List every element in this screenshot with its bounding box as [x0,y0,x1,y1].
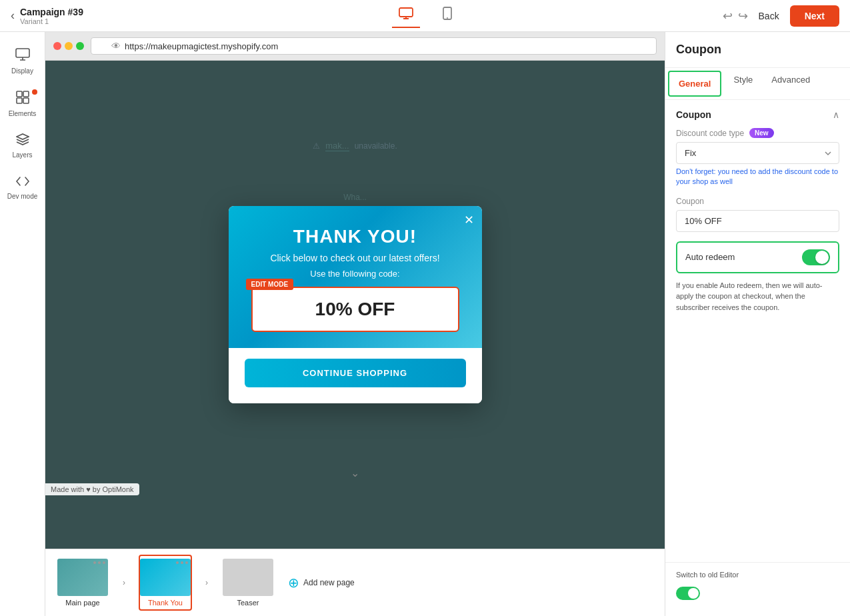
popup-modal: ✕ THANK YOU! Click below to check out ou… [229,206,482,403]
sidebar-devmode-label: Dev mode [7,193,38,200]
modal-title: THANK YOU! [245,226,466,247]
add-page-plus-icon: ⊕ [288,575,299,591]
next-btn[interactable]: Next [790,5,839,27]
section-header: Coupon ∧ [676,109,839,120]
canvas-content: ⚠ mak... unavailable. Wha... 🕐 If you...… [45,61,665,549]
sidebar-elements-label: Elements [9,110,37,117]
discount-code-type-group: Discount code type New Fix Percentage Ra… [676,128,839,187]
svg-point-2 [447,17,448,19]
modal-close-btn[interactable]: ✕ [464,213,474,227]
modal-bottom-section: CONTINUE SHOPPING [229,348,482,403]
campaign-info: Campaign #39 Variant 1 [20,7,83,25]
new-badge: New [749,128,774,138]
discount-hint: Don't forget: you need to add the discou… [676,167,839,187]
back-btn[interactable]: Back [759,11,779,21]
svg-rect-7 [23,98,29,103]
tab-general[interactable]: General [668,71,721,97]
made-with-badge: Made with ♥ by OptiMonk [45,483,139,495]
sidebar-item-layers[interactable]: Layers [3,128,43,164]
campaign-subtitle: Variant 1 [20,17,83,25]
coupon-input[interactable] [676,210,839,232]
old-editor-toggle[interactable] [676,587,700,600]
layers-icon [16,133,29,149]
topbar-right: ↩ ↪ Back Next [719,5,839,27]
add-page-label: Add new page [303,578,355,587]
left-sidebar: Display Elements Layers Dev mode [0,32,45,616]
panel-tabs: General Style Advanced [665,68,850,100]
thumbnail-main-page[interactable]: Main page [56,556,109,609]
sidebar-item-display[interactable]: Display [3,43,43,80]
sidebar-layers-label: Layers [12,151,32,159]
panel-title: Coupon [676,43,721,56]
old-editor-label: Switch to old Editor [676,571,739,579]
elements-icon [16,91,29,107]
tab-style[interactable]: Style [724,68,762,99]
thank-you-preview [140,559,191,596]
discount-code-label: Discount code type New [676,128,839,138]
coupon-section: Coupon ∧ Discount code type New Fix Perc… [665,100,850,322]
undo-redo-group: ↩ ↪ [723,9,748,23]
add-new-page-btn[interactable]: ⊕ Add new page [283,572,360,593]
old-editor-section: Switch to old Editor [665,562,850,608]
auto-redeem-row: Auto redeem [676,241,839,273]
section-title: Coupon [676,109,711,120]
svg-rect-4 [17,91,22,97]
eye-icon: 👁 [111,41,121,51]
modal-top-section: THANK YOU! Click below to check out our … [229,206,482,348]
mobile-view-btn[interactable] [436,3,459,29]
svg-rect-3 [16,49,29,57]
desktop-view-btn[interactable] [392,3,420,28]
collapse-icon[interactable]: ∧ [833,109,839,120]
sidebar-bottom: Switch to old Editor [665,562,850,616]
auto-redeem-toggle[interactable] [802,249,830,265]
canvas-area: 👁 https://makeupmagictest.myshopify.com … [45,32,665,616]
modal-cta-btn[interactable]: CONTINUE SHOPPING [245,359,466,387]
campaign-title: Campaign #39 [20,7,83,17]
auto-redeem-hint: If you enable Auto redeem, then we will … [676,280,839,313]
topbar-left: ‹ Campaign #39 Variant 1 [11,7,131,25]
main-page-preview [57,559,108,596]
main-layout: Display Elements Layers Dev mode [0,32,850,616]
sidebar-display-label: Display [11,67,33,75]
devmode-icon [15,175,30,190]
undo-btn[interactable]: ↩ [723,9,733,23]
thumb-dots-2 [176,561,188,564]
url-bar: 👁 https://makeupmagictest.myshopify.com [91,37,657,55]
modal-subtitle: Click below to check out our latest offe… [245,253,466,263]
tab-advanced[interactable]: Advanced [762,68,819,99]
browser-dot-green [76,42,84,50]
display-icon [15,48,30,65]
edit-mode-badge: EDIT MODE [246,279,294,290]
main-page-label: Main page [65,599,99,607]
thumb-dots [93,561,105,564]
browser-dots [53,42,84,50]
modal-coupon-code: 10% OFF [263,299,447,320]
url-text: https://makeupmagictest.myshopify.com [125,41,278,51]
thumb-arrow-1: › [117,576,131,589]
redo-btn[interactable]: ↪ [738,9,748,23]
browser-dot-red [53,42,61,50]
thank-you-label: Thank You [148,599,183,607]
browser-dot-yellow [65,42,73,50]
topbar: ‹ Campaign #39 Variant 1 ↩ ↪ Back Next [0,0,850,32]
svg-rect-5 [23,91,29,97]
modal-coupon-box[interactable]: EDIT MODE 10% OFF [251,287,459,332]
teaser-preview [223,559,273,596]
thumb-arrow-2: › [200,576,213,589]
browser-bar: 👁 https://makeupmagictest.myshopify.com [45,32,665,61]
discount-code-select[interactable]: Fix Percentage Random [676,142,839,164]
modal-code-label: Use the following code: [245,269,466,279]
thumbnail-teaser[interactable]: Teaser [221,556,275,609]
coupon-label: Coupon [676,197,839,206]
svg-rect-0 [399,8,413,17]
thumbnail-thank-you[interactable]: Thank You [139,555,192,611]
right-panel: Coupon General Style Advanced Coupon ∧ D… [665,32,850,616]
coupon-field-group: Coupon [676,197,839,232]
panel-header: Coupon [665,32,850,68]
sidebar-item-devmode[interactable]: Dev mode [3,169,43,205]
topbar-back-campaign[interactable]: ‹ [11,9,15,23]
auto-redeem-label: Auto redeem [685,252,735,262]
sidebar-item-elements[interactable]: Elements [3,85,43,123]
page-thumbnails: Main page › Thank You › Teaser [45,549,665,616]
svg-rect-6 [17,98,22,103]
